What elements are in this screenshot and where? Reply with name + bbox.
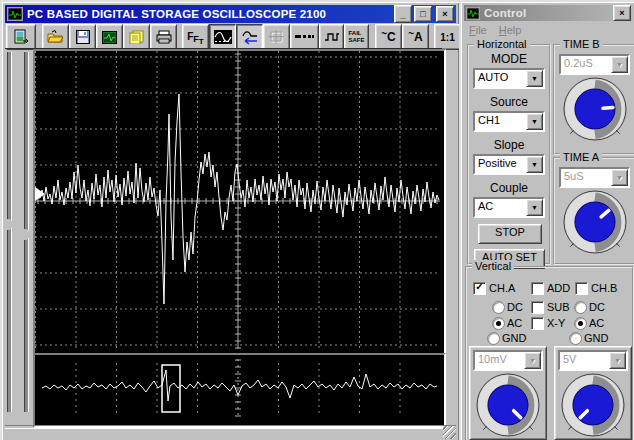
- sub-checkbox[interactable]: [531, 301, 544, 314]
- source-select[interactable]: CH1 ▼: [473, 111, 545, 132]
- dropdown-arrow-icon: ▼: [524, 352, 541, 369]
- floppy-disk-icon: [76, 30, 90, 44]
- vertical-group: Vertical CH.A ADD CH.B DC AC GND SUB X-Y…: [465, 266, 634, 440]
- add-checkbox[interactable]: [531, 282, 544, 295]
- dashed-line-icon: [295, 33, 314, 41]
- ch-a-ac-radio[interactable]: [492, 317, 505, 330]
- sub-label: SUB: [547, 301, 570, 313]
- time-b-knob[interactable]: [555, 76, 634, 142]
- title-bar: PC BASED DIGITAL STORAGE OSCILLOSCOPE 21…: [5, 5, 456, 23]
- menu-file[interactable]: File: [465, 23, 493, 38]
- source-label: Source: [469, 95, 549, 109]
- time-a-group-title: TIME A: [560, 151, 602, 163]
- ch-a-checkbox[interactable]: [473, 282, 486, 295]
- dropdown-arrow-icon: ▼: [611, 56, 628, 73]
- time-b-group: TIME B 0.2uS ▼: [553, 44, 634, 155]
- printer-icon: [156, 30, 172, 44]
- pulse-arrow-icon: [241, 30, 259, 45]
- time-b-select: 0.2uS ▼: [559, 54, 630, 75]
- sine-display-icon: [214, 30, 232, 44]
- calibrate-a-label: ~A: [408, 31, 423, 43]
- time-a-group: TIME A 5uS ▼: [553, 157, 634, 265]
- ch-a-gnd-label: GND: [502, 332, 526, 344]
- dropdown-arrow-icon[interactable]: ▼: [526, 156, 543, 173]
- waveform-display-button[interactable]: [209, 24, 236, 50]
- oscilloscope-window: PC BASED DIGITAL STORAGE OSCILLOSCOPE 21…: [0, 0, 461, 440]
- close-button[interactable]: ×: [436, 6, 454, 22]
- scope-screen-icon: [102, 31, 117, 44]
- control-close-button[interactable]: ×: [613, 5, 631, 21]
- preview-scope-display[interactable]: [33, 353, 446, 428]
- control-window-title: Control: [484, 7, 611, 19]
- ch-a-gnd-radio[interactable]: [487, 332, 500, 345]
- ch-a-range-select: 10mV ▼: [473, 350, 543, 371]
- dropdown-arrow-icon: ▼: [611, 169, 628, 186]
- dropdown-arrow-icon[interactable]: ▼: [526, 199, 543, 216]
- ch-b-range-select: 5V ▼: [558, 350, 628, 371]
- grid-icon: [269, 30, 284, 44]
- ch-b-dc-radio[interactable]: [574, 301, 587, 314]
- window-title: PC BASED DIGITAL STORAGE OSCILLOSCOPE 21…: [27, 8, 392, 20]
- position-slider-thumb-2[interactable]: [20, 229, 32, 240]
- main-scope-display[interactable]: [33, 49, 446, 355]
- xy-checkbox[interactable]: [531, 317, 544, 330]
- square-wave-button[interactable]: [319, 24, 344, 50]
- position-slider-track-1[interactable]: [7, 52, 12, 412]
- ch-b-gain-knob[interactable]: [555, 372, 631, 438]
- ch-a-dc-label: DC: [507, 301, 523, 313]
- mode-select[interactable]: AUTO ▼: [473, 68, 545, 89]
- probe-1-1-button[interactable]: 1:1: [434, 24, 461, 50]
- menu-bar: File Help: [465, 23, 632, 38]
- slope-select[interactable]: Positive ▼: [473, 154, 545, 175]
- calibrate-c-button[interactable]: ~C: [375, 24, 402, 50]
- time-a-knob[interactable]: [555, 189, 634, 255]
- horizontal-group-title: Horizontal: [474, 38, 530, 50]
- square-wave-icon: [324, 31, 340, 43]
- couple-select[interactable]: AC ▼: [473, 197, 545, 218]
- control-window: Control × File Help Horizontal MODE AUTO…: [459, 0, 634, 440]
- exit-button[interactable]: [6, 24, 36, 50]
- calibrate-c-label: ~C: [381, 31, 396, 43]
- preview-waveform: [35, 355, 440, 422]
- dropdown-arrow-icon[interactable]: ▼: [526, 113, 543, 130]
- menu-help[interactable]: Help: [495, 23, 528, 38]
- status-divider: [5, 425, 456, 429]
- minimize-button[interactable]: _: [394, 5, 412, 23]
- add-label: ADD: [547, 282, 570, 294]
- horizontal-group: Horizontal MODE AUTO ▼ Source CH1 ▼ Slop…: [467, 44, 551, 265]
- resize-grip[interactable]: [443, 426, 456, 439]
- fft-button[interactable]: FFT: [182, 24, 209, 50]
- channel-a-panel: 10mV ▼: [469, 346, 547, 440]
- time-a-select: 5uS ▼: [559, 167, 630, 188]
- ch-b-ac-radio[interactable]: [574, 317, 587, 330]
- maximize-button[interactable]: □: [414, 6, 432, 22]
- ch-b-gnd-radio[interactable]: [569, 332, 582, 345]
- ch-a-gain-knob[interactable]: [470, 372, 546, 438]
- display-settings-button[interactable]: [96, 24, 123, 50]
- ch-b-gnd-label: GND: [584, 332, 608, 344]
- time-b-group-title: TIME B: [560, 38, 603, 50]
- dropdown-arrow-icon: ▼: [609, 352, 626, 369]
- ch-a-dc-radio[interactable]: [492, 301, 505, 314]
- grid-button[interactable]: [263, 24, 290, 50]
- dropdown-arrow-icon[interactable]: ▼: [526, 70, 543, 87]
- ch-b-label: CH.B: [591, 282, 617, 294]
- exit-door-icon: [13, 29, 29, 45]
- position-slider-thumb-1[interactable]: [3, 219, 15, 230]
- save-button[interactable]: [69, 24, 96, 50]
- dashed-trace-button[interactable]: [290, 24, 319, 50]
- open-folder-icon: [47, 30, 64, 44]
- open-button[interactable]: [42, 24, 69, 50]
- ch-b-checkbox[interactable]: [575, 282, 588, 295]
- stop-button[interactable]: STOP: [478, 224, 542, 244]
- single-shot-button[interactable]: [236, 24, 263, 50]
- ch-b-ac-label: AC: [589, 317, 604, 329]
- notes-button[interactable]: [123, 24, 150, 50]
- ch-b-dc-label: DC: [589, 301, 605, 313]
- app-icon: [7, 7, 23, 21]
- ch-a-label: CH.A: [489, 282, 515, 294]
- print-button[interactable]: [150, 24, 177, 50]
- fail-safe-button[interactable]: FAIL SAFE: [344, 24, 369, 50]
- calibrate-a-button[interactable]: ~A: [402, 24, 429, 50]
- couple-label: Couple: [469, 181, 549, 195]
